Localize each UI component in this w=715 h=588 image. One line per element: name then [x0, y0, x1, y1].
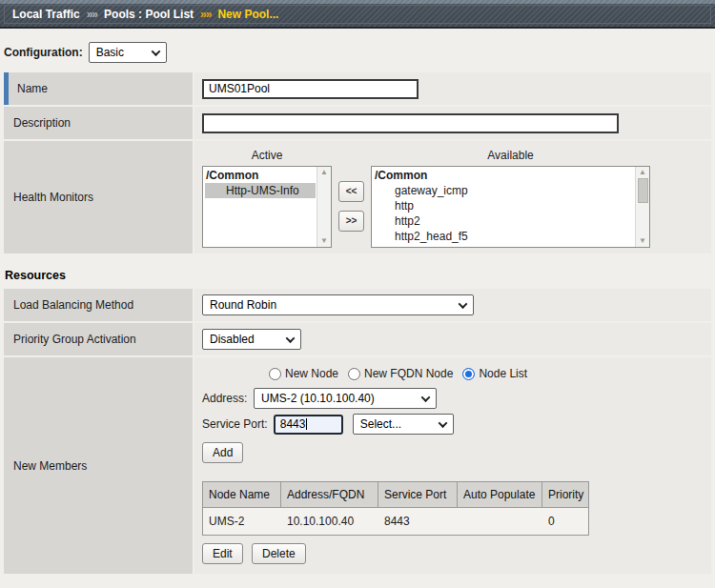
col-service-port: Service Port: [378, 482, 458, 508]
breadcrumb-separator-icon: »»: [87, 8, 97, 21]
health-monitors-value-cell: Active /Common Http-UMS-Info ▲ ▼ <<: [194, 141, 711, 253]
health-monitors-dual-list: Active /Common Http-UMS-Info ▲ ▼ <<: [202, 147, 650, 248]
active-list-scrollbar[interactable]: ▲ ▼: [317, 167, 331, 247]
breadcrumb-current-page: New Pool...: [217, 8, 278, 21]
col-auto-populate: Auto Populate: [458, 482, 542, 508]
description-value-cell: [194, 107, 711, 139]
description-label: Description: [4, 107, 193, 139]
members-table-header: Node Name Address/FQDN Service Port Auto…: [203, 482, 588, 508]
members-table-row[interactable]: UMS-2 10.10.100.40 8443 0: [203, 508, 588, 535]
scroll-down-icon[interactable]: ▼: [639, 237, 646, 245]
new-node-radio[interactable]: [269, 368, 281, 380]
scroll-up-icon[interactable]: ▲: [639, 169, 646, 176]
load-balancing-value-cell: Round Robin: [194, 289, 711, 321]
add-button-row: Add: [202, 442, 704, 463]
member-priority: 0: [542, 508, 588, 535]
active-list-title: Active: [252, 149, 283, 162]
members-table: Node Name Address/FQDN Service Port Auto…: [202, 481, 589, 536]
service-port-select-value: Select...: [360, 417, 401, 431]
text-cursor: [306, 418, 307, 430]
load-balancing-select-value: Round Robin: [210, 298, 276, 312]
delete-button[interactable]: Delete: [252, 543, 306, 564]
member-service-port: 8443: [378, 508, 458, 535]
node-type-radio-group: New Node New FQDN Node Node List: [269, 367, 704, 380]
new-members-value-cell: New Node New FQDN Node Node List Address…: [194, 357, 711, 574]
breadcrumb-bar: Local Traffic »» Pools : Pool List »» Ne…: [0, 0, 715, 29]
available-partition-group: /Common: [374, 168, 649, 183]
new-members-row: New Members New Node New FQDN Node Node …: [4, 357, 711, 574]
new-fqdn-node-radio[interactable]: [348, 368, 360, 380]
new-members-label: New Members: [4, 357, 193, 574]
breadcrumb: Local Traffic »» Pools : Pool List »» Ne…: [4, 5, 711, 24]
active-monitors-column: Active /Common Http-UMS-Info ▲ ▼: [202, 149, 332, 248]
new-fqdn-node-radio-label[interactable]: New FQDN Node: [364, 367, 453, 380]
active-partition-group: /Common: [205, 168, 331, 183]
available-monitor-item[interactable]: gateway_icmp: [374, 183, 649, 198]
service-port-input[interactable]: 8443: [274, 415, 343, 435]
configuration-label: Configuration:: [4, 46, 83, 59]
available-monitor-item[interactable]: http: [374, 198, 649, 213]
resources-table: Load Balancing Method Round Robin Priori…: [4, 289, 711, 574]
health-monitors-row: Health Monitors Active /Common Http-UMS-…: [4, 141, 711, 253]
node-list-radio-label[interactable]: Node List: [479, 367, 527, 380]
address-row: Address: UMS-2 (10.10.100.40): [202, 388, 704, 409]
chevron-down-icon: [421, 393, 431, 402]
priority-group-value-cell: Disabled: [194, 323, 711, 355]
available-monitor-item[interactable]: http2_head_f5: [374, 229, 649, 244]
add-button[interactable]: Add: [202, 442, 243, 463]
description-input[interactable]: [202, 113, 619, 133]
configuration-select[interactable]: Basic: [89, 42, 167, 63]
service-port-select[interactable]: Select...: [353, 414, 454, 435]
move-to-available-button[interactable]: >>: [338, 211, 364, 232]
active-monitor-item[interactable]: Http-UMS-Info: [205, 183, 316, 198]
active-monitors-listbox[interactable]: /Common Http-UMS-Info ▲ ▼: [202, 166, 332, 248]
chevron-down-icon: [438, 418, 447, 428]
move-to-active-button[interactable]: <<: [338, 181, 364, 202]
name-row: Name: [4, 72, 711, 105]
member-address: 10.10.100.40: [281, 508, 378, 535]
address-select[interactable]: UMS-2 (10.10.100.40): [254, 388, 437, 409]
service-port-label: Service Port:: [202, 417, 268, 431]
load-balancing-label: Load Balancing Method: [4, 289, 193, 321]
col-node-name: Node Name: [203, 482, 281, 508]
service-port-row: Service Port: 8443 Select...: [202, 414, 704, 435]
description-row: Description: [4, 107, 711, 139]
priority-group-label: Priority Group Activation: [4, 323, 193, 355]
chevron-down-icon: [459, 299, 468, 309]
member-auto-populate: [458, 508, 542, 535]
health-monitors-label: Health Monitors: [4, 141, 193, 253]
scrollbar-thumb[interactable]: [638, 178, 648, 203]
configuration-select-value: Basic: [96, 46, 124, 59]
available-list-title: Available: [487, 149, 533, 162]
priority-group-row: Priority Group Activation Disabled: [4, 323, 711, 355]
name-input[interactable]: [202, 79, 419, 99]
resources-section-title: Resources: [5, 269, 715, 282]
address-select-value: UMS-2 (10.10.100.40): [261, 392, 375, 405]
available-list-scrollbar[interactable]: ▲ ▼: [635, 167, 649, 247]
available-monitors-listbox[interactable]: /Common gateway_icmp http http2 http2_he…: [371, 166, 650, 248]
col-priority: Priority: [542, 482, 588, 508]
name-value-cell: [194, 72, 711, 105]
required-indicator: [4, 72, 9, 105]
available-monitor-item[interactable]: http2: [374, 213, 649, 229]
new-node-radio-label[interactable]: New Node: [285, 367, 338, 380]
node-list-radio[interactable]: [462, 368, 475, 380]
edit-button[interactable]: Edit: [202, 543, 243, 564]
priority-group-select[interactable]: Disabled: [202, 329, 301, 350]
available-monitors-column: Available /Common gateway_icmp http http…: [371, 149, 650, 248]
chevron-down-icon: [286, 334, 296, 343]
name-label: Name: [4, 72, 193, 105]
member-edit-buttons: Edit Delete: [202, 543, 704, 564]
scroll-down-icon[interactable]: ▼: [320, 237, 328, 245]
load-balancing-select[interactable]: Round Robin: [202, 294, 474, 315]
priority-group-select-value: Disabled: [210, 333, 255, 346]
configuration-row: Configuration: Basic: [4, 42, 715, 63]
scroll-up-icon[interactable]: ▲: [320, 169, 328, 176]
address-label: Address:: [202, 392, 248, 405]
load-balancing-row: Load Balancing Method Round Robin: [4, 289, 711, 321]
col-address-fqdn: Address/FQDN: [281, 482, 378, 508]
breadcrumb-local-traffic[interactable]: Local Traffic: [12, 8, 80, 21]
breadcrumb-pool-list[interactable]: Pools : Pool List: [104, 8, 194, 21]
monitor-transfer-buttons: << >>: [338, 181, 364, 232]
chevron-down-icon: [151, 47, 160, 56]
